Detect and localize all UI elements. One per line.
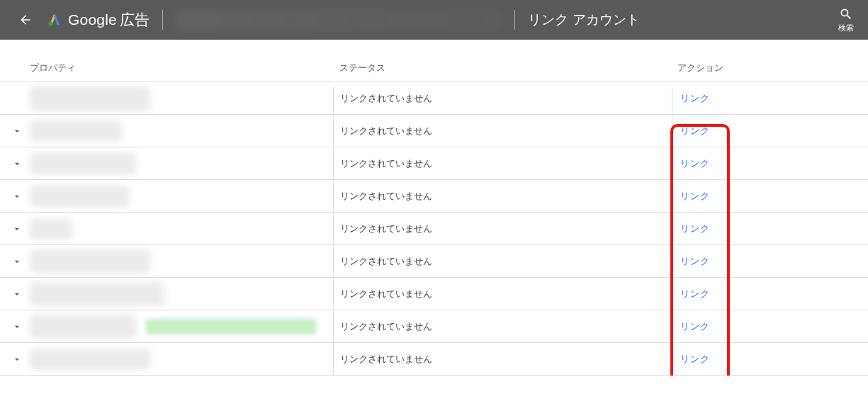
app-header: Google 広告 リンク アカウント 検索 bbox=[0, 0, 868, 40]
link-button[interactable]: リンク bbox=[679, 318, 711, 334]
expand-toggle[interactable] bbox=[9, 123, 26, 140]
cell-action: リンク bbox=[672, 254, 821, 268]
cell-action: リンク bbox=[672, 124, 821, 137]
header-divider bbox=[514, 10, 515, 30]
account-name-redacted bbox=[176, 9, 502, 30]
expand-toggle[interactable] bbox=[9, 220, 26, 237]
table-body: リンクされていませんリンクリンクされていませんリンクリンクされていませんリンクリ… bbox=[0, 82, 868, 376]
google-ads-logo-icon bbox=[47, 12, 62, 28]
table-header-row: プロパティ ステータス アクション bbox=[0, 40, 868, 82]
property-name-redacted bbox=[30, 249, 150, 274]
cell-status: リンクされていません bbox=[333, 320, 672, 333]
table-row: リンクされていませんリンク bbox=[0, 147, 868, 180]
arrow-left-icon bbox=[18, 13, 33, 27]
link-button[interactable]: リンク bbox=[679, 351, 711, 367]
link-button[interactable]: リンク bbox=[679, 90, 711, 106]
expand-toggle[interactable] bbox=[9, 351, 26, 368]
cell-action: リンク bbox=[672, 222, 821, 235]
cell-status: リンクされていません bbox=[333, 353, 672, 366]
link-button[interactable]: リンク bbox=[679, 253, 711, 269]
page-title: リンク アカウント bbox=[528, 11, 639, 29]
table-row: リンクされていませんリンク bbox=[0, 82, 868, 115]
chevron-down-icon bbox=[11, 256, 23, 267]
cell-property bbox=[0, 153, 333, 174]
cell-status: リンクされていません bbox=[333, 255, 672, 268]
property-name-redacted bbox=[30, 218, 72, 240]
brand-text: Google 広告 bbox=[68, 10, 150, 30]
table-row: リンクされていませんリンク bbox=[0, 310, 868, 343]
property-name-redacted bbox=[30, 86, 150, 111]
cell-action: リンク bbox=[672, 287, 821, 300]
column-separator bbox=[672, 86, 672, 376]
table-row: リンクされていませんリンク bbox=[0, 115, 868, 147]
property-name-redacted bbox=[30, 186, 129, 207]
link-button[interactable]: リンク bbox=[679, 188, 711, 204]
header-divider bbox=[162, 10, 163, 30]
column-header-action: アクション bbox=[672, 62, 821, 74]
cell-action: リンク bbox=[672, 189, 821, 203]
cell-property bbox=[0, 349, 333, 370]
cell-action: リンク bbox=[672, 352, 821, 366]
cell-action: リンク bbox=[672, 91, 821, 105]
property-highlight-redacted bbox=[146, 319, 316, 334]
expand-toggle[interactable] bbox=[9, 286, 26, 303]
property-name-redacted bbox=[30, 349, 150, 370]
cell-status: リンクされていません bbox=[333, 190, 672, 203]
expand-toggle[interactable] bbox=[9, 155, 26, 172]
svg-point-0 bbox=[49, 22, 53, 26]
cell-status: リンクされていません bbox=[333, 288, 672, 300]
search-button[interactable]: 検索 bbox=[838, 7, 854, 33]
cell-status: リンクされていません bbox=[333, 125, 672, 137]
cell-property bbox=[0, 282, 333, 306]
cell-property bbox=[0, 315, 333, 339]
table-row: リンクされていませんリンク bbox=[0, 180, 868, 213]
chevron-down-icon bbox=[11, 354, 23, 365]
cell-action: リンク bbox=[672, 157, 821, 170]
cell-status: リンクされていません bbox=[333, 157, 672, 170]
table-row: リンクされていませんリンク bbox=[0, 343, 868, 376]
table-row: リンクされていませんリンク bbox=[0, 213, 868, 245]
expand-toggle[interactable] bbox=[9, 253, 26, 270]
chevron-down-icon bbox=[11, 223, 23, 235]
cell-property bbox=[0, 120, 333, 142]
brand-ads: 広告 bbox=[120, 10, 150, 30]
chevron-down-icon bbox=[11, 321, 23, 332]
cell-property bbox=[0, 249, 333, 274]
property-name-redacted bbox=[30, 282, 164, 306]
chevron-down-icon bbox=[11, 125, 23, 137]
link-button[interactable]: リンク bbox=[679, 286, 711, 302]
table-row: リンクされていませんリンク bbox=[0, 278, 868, 310]
cell-status: リンクされていません bbox=[333, 92, 672, 105]
table-row: リンクされていませんリンク bbox=[0, 245, 868, 278]
back-button[interactable] bbox=[14, 9, 37, 31]
chevron-down-icon bbox=[11, 158, 23, 169]
cell-property bbox=[0, 218, 333, 240]
chevron-down-icon bbox=[11, 288, 23, 300]
cell-status: リンクされていません bbox=[333, 223, 672, 235]
cell-property bbox=[0, 86, 333, 111]
column-separator bbox=[333, 86, 334, 376]
property-name-redacted bbox=[30, 315, 136, 339]
properties-table: プロパティ ステータス アクション リンクされていませんリンクリンクされていませ… bbox=[0, 40, 868, 376]
search-label: 検索 bbox=[838, 23, 854, 33]
property-name-redacted bbox=[30, 120, 122, 142]
search-icon bbox=[839, 7, 853, 21]
expand-toggle[interactable] bbox=[9, 188, 26, 205]
expand-toggle[interactable] bbox=[9, 318, 26, 335]
link-button[interactable]: リンク bbox=[679, 155, 711, 171]
column-header-property: プロパティ bbox=[30, 62, 333, 74]
chevron-down-icon bbox=[11, 191, 23, 202]
link-button[interactable]: リンク bbox=[679, 220, 711, 237]
property-name-redacted bbox=[30, 153, 136, 174]
brand-block: Google 広告 bbox=[47, 10, 150, 30]
column-header-status: ステータス bbox=[333, 62, 672, 74]
link-button[interactable]: リンク bbox=[679, 123, 711, 139]
brand-google: Google bbox=[68, 11, 117, 28]
cell-property bbox=[0, 186, 333, 207]
cell-action: リンク bbox=[672, 320, 821, 333]
